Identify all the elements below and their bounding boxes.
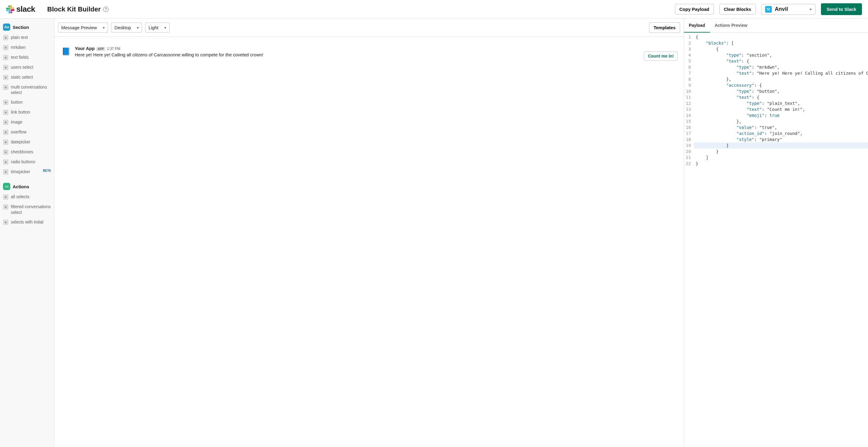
message: 📘 Your App APP 1:37 PM Here ye! Here ye!…: [60, 46, 678, 61]
sidebar-item-label: mrkdwn: [11, 44, 26, 50]
chevron-down-icon: ▾: [103, 26, 105, 30]
accessory-button[interactable]: Count me in!: [644, 51, 678, 61]
message-timestamp: 1:37 PM: [107, 47, 120, 51]
plus-icon: +: [3, 84, 8, 90]
sidebar-item-checkboxes[interactable]: +checkboxes: [0, 147, 54, 157]
workspace-icon: ⚒: [765, 6, 772, 13]
plus-icon: +: [3, 194, 8, 200]
code-line[interactable]: "text": {: [694, 58, 868, 64]
sidebar-item-selects-with-initial[interactable]: +selects with initial: [0, 217, 54, 227]
tab-payload[interactable]: Payload: [684, 19, 710, 33]
preview-toolbar: Message Preview ▾ Desktop ▾ Light ▾ Temp…: [54, 19, 684, 37]
sidebar-item-radio-buttons[interactable]: +radio buttons: [0, 157, 54, 167]
code-line[interactable]: "emoji": true: [694, 112, 868, 118]
message-body: Your App APP 1:37 PM Here ye! Here ye! C…: [75, 46, 678, 61]
preview-mode-select[interactable]: Message Preview ▾: [58, 23, 108, 33]
templates-button[interactable]: Templates: [649, 22, 680, 33]
sidebar-item-plain-text[interactable]: +plain text: [0, 33, 54, 42]
sidebar-item-multi-conversations-select[interactable]: +multi conversations select: [0, 82, 54, 97]
sidebar-item-label: datepicker: [11, 139, 30, 145]
send-to-slack-button[interactable]: Send to Slack: [821, 3, 862, 15]
code-content[interactable]: { "blocks": [ { "type": "section", "text…: [694, 33, 868, 447]
brand-name: slack: [16, 4, 35, 14]
sidebar-group-actions[interactable]: ▭ Actions: [0, 181, 54, 192]
clear-blocks-button[interactable]: Clear Blocks: [719, 4, 756, 14]
code-line[interactable]: },: [694, 118, 868, 125]
workspace-select[interactable]: ⚒ Anvil ▾: [761, 4, 815, 15]
app-header: slack Block Kit Builder ? Copy Payload C…: [0, 0, 868, 19]
code-line[interactable]: "type": "section",: [694, 52, 868, 58]
code-line[interactable]: ]: [694, 154, 868, 161]
sidebar-item-label: all selects: [11, 194, 29, 199]
code-line[interactable]: "accessory": {: [694, 82, 868, 88]
plus-icon: +: [3, 45, 8, 50]
sidebar-item-text-fields[interactable]: +text fields: [0, 53, 54, 62]
sidebar-item-overflow[interactable]: +overflow: [0, 127, 54, 137]
slack-logo-icon: [6, 5, 14, 13]
code-line[interactable]: "type": "mrkdwn",: [694, 64, 868, 70]
code-line[interactable]: }: [694, 142, 868, 148]
code-line[interactable]: "text": "Count me in!",: [694, 106, 868, 112]
theme-select[interactable]: Light ▾: [145, 23, 169, 33]
sidebar-item-filtered-conversations-select[interactable]: +filtered conversations select: [0, 202, 54, 217]
code-line[interactable]: {: [694, 34, 868, 40]
sidebar-item-all-selects[interactable]: +all selects: [0, 192, 54, 202]
plus-icon: +: [3, 119, 8, 125]
plus-icon: +: [3, 130, 8, 135]
sidebar-item-label: multi conversations select: [11, 84, 51, 95]
code-line[interactable]: "type": "plain_text",: [694, 100, 868, 106]
code-line[interactable]: "text": {: [694, 94, 868, 100]
sidebar-item-datepicker[interactable]: +datepicker: [0, 137, 54, 147]
message-preview: 📘 Your App APP 1:37 PM Here ye! Here ye!…: [54, 37, 684, 447]
code-editor[interactable]: 12345678910111213141516171819202122 { "b…: [684, 33, 868, 447]
code-line[interactable]: }: [694, 148, 868, 154]
plus-icon: +: [3, 204, 8, 210]
plus-icon: +: [3, 75, 8, 80]
tab-actions-preview[interactable]: Actions Preview: [710, 19, 752, 33]
code-line[interactable]: "value": "true",: [694, 125, 868, 130]
code-line[interactable]: "style": "primary": [694, 136, 868, 142]
app-tag: APP: [96, 47, 105, 51]
sidebar-item-label: checkboxes: [11, 149, 33, 154]
code-line[interactable]: "action_id": "join_round",: [694, 130, 868, 136]
copy-payload-button[interactable]: Copy Payload: [675, 4, 714, 14]
section-group-label: Section: [13, 25, 29, 30]
chevron-down-icon: ▾: [810, 7, 812, 11]
plus-icon: +: [3, 35, 8, 40]
sidebar-item-static-select[interactable]: +static select: [0, 72, 54, 82]
chevron-down-icon: ▾: [164, 26, 166, 30]
sidebar-item-label: timepicker: [11, 169, 30, 174]
plus-icon: +: [3, 65, 8, 70]
code-panel: Payload Actions Preview 1234567891011121…: [684, 19, 868, 447]
code-line[interactable]: },: [694, 76, 868, 82]
sidebar: Aa Section +plain text+mrkdwn+text field…: [0, 19, 54, 447]
sidebar-item-link-button[interactable]: +link button: [0, 107, 54, 117]
code-line[interactable]: "type": "button",: [694, 88, 868, 94]
section-badge-icon: Aa: [3, 24, 10, 31]
sidebar-item-label: image: [11, 119, 22, 125]
sidebar-group-section[interactable]: Aa Section: [0, 22, 54, 33]
sidebar-item-users-select[interactable]: +users select: [0, 62, 54, 72]
sidebar-item-label: radio buttons: [11, 159, 35, 165]
surface-select[interactable]: Desktop ▾: [111, 23, 142, 33]
preview-panel: Message Preview ▾ Desktop ▾ Light ▾ Temp…: [54, 19, 684, 447]
slack-logo[interactable]: slack: [6, 4, 35, 14]
code-line[interactable]: {: [694, 46, 868, 52]
plus-icon: +: [3, 169, 8, 175]
sidebar-item-button[interactable]: +button: [0, 97, 54, 107]
chevron-down-icon: ▾: [137, 26, 139, 30]
code-line[interactable]: }: [694, 161, 868, 167]
page-title: Block Kit Builder: [48, 5, 101, 13]
message-content: Here ye! Here ye! Calling all citizens o…: [75, 51, 678, 61]
code-tabs: Payload Actions Preview: [684, 19, 868, 33]
main-layout: Aa Section +plain text+mrkdwn+text field…: [0, 19, 868, 447]
workspace-name: Anvil: [775, 6, 807, 12]
actions-group-label: Actions: [13, 184, 29, 189]
help-icon[interactable]: ?: [103, 7, 108, 12]
sidebar-item-timepicker[interactable]: +timepickerBETA: [0, 167, 54, 177]
code-line[interactable]: "text": "Here ye! Here ye! Calling all c…: [694, 70, 868, 76]
code-line[interactable]: "blocks": [: [694, 40, 868, 46]
sidebar-item-image[interactable]: +image: [0, 117, 54, 127]
sidebar-item-label: static select: [11, 74, 33, 80]
sidebar-item-mrkdwn[interactable]: +mrkdwn: [0, 42, 54, 53]
